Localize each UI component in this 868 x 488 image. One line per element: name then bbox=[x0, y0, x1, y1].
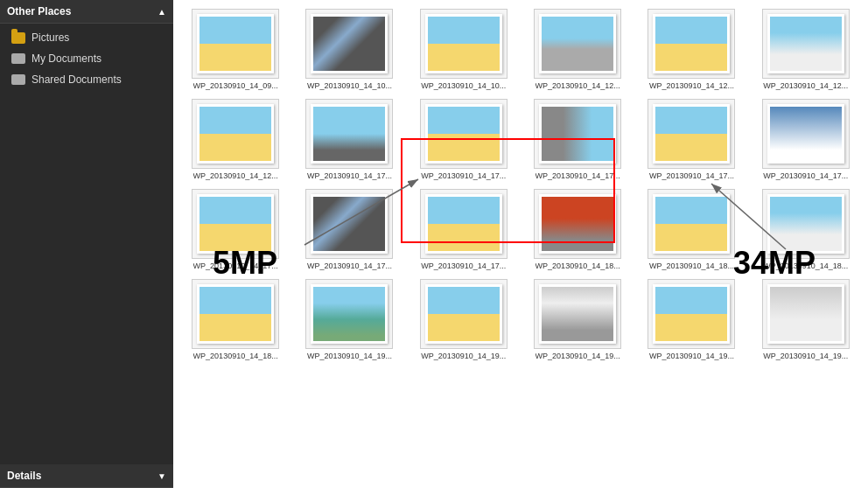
thumb-item-17[interactable]: WP_20130910_14_18... bbox=[638, 189, 745, 270]
thumb-photo-24 bbox=[767, 284, 844, 344]
other-places-arrow: ▲ bbox=[158, 7, 166, 17]
thumb-label-17: WP_20130910_14_18... bbox=[649, 261, 734, 270]
thumb-item-13[interactable]: WP_20130910_14_17... bbox=[182, 189, 289, 270]
thumb-photo-22 bbox=[539, 284, 616, 344]
thumb-label-11: WP_20130910_14_17... bbox=[649, 171, 734, 180]
main-content: WP_20130910_14_09...WP_20130910_14_10...… bbox=[173, 0, 868, 488]
details-header[interactable]: Details ▼ bbox=[0, 464, 173, 488]
thumb-item-3[interactable]: WP_20130910_14_10... bbox=[410, 9, 517, 90]
thumb-photo-14 bbox=[311, 194, 388, 254]
thumb-photo-10 bbox=[539, 104, 616, 164]
thumb-label-19: WP_20130910_14_18... bbox=[193, 352, 278, 360]
thumb-frame-23 bbox=[648, 279, 735, 349]
thumb-photo-3 bbox=[425, 14, 502, 73]
thumb-frame-9 bbox=[420, 99, 508, 169]
thumb-photo-15 bbox=[425, 194, 502, 254]
thumb-photo-19 bbox=[197, 284, 274, 344]
thumb-frame-12 bbox=[762, 99, 850, 169]
thumb-photo-6 bbox=[767, 14, 844, 73]
thumb-frame-1 bbox=[192, 9, 279, 79]
thumb-frame-19 bbox=[192, 279, 279, 349]
thumb-item-21[interactable]: WP_20130910_14_19... bbox=[410, 279, 517, 360]
thumb-label-23: WP_20130910_14_19... bbox=[649, 352, 734, 360]
thumb-frame-7 bbox=[192, 99, 279, 169]
thumb-photo-11 bbox=[653, 104, 730, 164]
sidebar-item-shared-documents[interactable]: Shared Documents bbox=[0, 69, 173, 90]
thumb-frame-14 bbox=[305, 189, 393, 259]
thumb-photo-13 bbox=[197, 194, 274, 254]
thumb-label-7: WP_20130910_14_12... bbox=[193, 171, 278, 180]
thumb-frame-21 bbox=[420, 279, 508, 349]
thumb-frame-10 bbox=[534, 99, 621, 169]
thumb-label-12: WP_20130910_14_17... bbox=[763, 171, 848, 180]
thumb-label-20: WP_20130910_14_19... bbox=[307, 352, 392, 360]
thumb-item-10[interactable]: WP_20130910_14_17... bbox=[524, 99, 631, 180]
thumb-photo-18 bbox=[767, 194, 844, 254]
thumb-label-16: WP_20130910_14_18... bbox=[536, 261, 620, 270]
thumb-frame-2 bbox=[305, 9, 393, 79]
thumb-photo-23 bbox=[653, 284, 730, 344]
thumb-label-9: WP_20130910_14_17... bbox=[421, 171, 506, 180]
thumb-frame-15 bbox=[420, 189, 508, 259]
details-label: Details bbox=[7, 470, 41, 482]
thumb-frame-17 bbox=[648, 189, 735, 259]
thumb-item-23[interactable]: WP_20130910_14_19... bbox=[638, 279, 745, 360]
thumb-photo-5 bbox=[653, 14, 730, 73]
thumb-frame-5 bbox=[648, 9, 735, 79]
thumb-item-11[interactable]: WP_20130910_14_17... bbox=[638, 99, 745, 180]
thumb-item-7[interactable]: WP_20130910_14_12... bbox=[182, 99, 289, 180]
thumb-item-19[interactable]: WP_20130910_14_18... bbox=[182, 279, 289, 360]
thumb-frame-4 bbox=[534, 9, 621, 79]
thumb-frame-22 bbox=[534, 279, 621, 349]
thumb-item-16[interactable]: WP_20130910_14_18... bbox=[524, 189, 631, 270]
thumb-label-2: WP_20130910_14_10... bbox=[307, 81, 392, 90]
sidebar-item-my-docs-label: My Documents bbox=[32, 52, 102, 65]
thumb-photo-17 bbox=[653, 194, 730, 254]
thumb-label-14: WP_20130910_14_17... bbox=[307, 261, 392, 270]
thumb-photo-21 bbox=[425, 284, 502, 344]
thumb-frame-13 bbox=[192, 189, 279, 259]
thumb-item-14[interactable]: WP_20130910_14_17... bbox=[296, 189, 402, 270]
thumb-frame-20 bbox=[305, 279, 393, 349]
thumb-photo-16 bbox=[539, 194, 616, 254]
sidebar-items-list: Pictures My Documents Shared Documents bbox=[0, 24, 173, 94]
thumb-photo-9 bbox=[425, 104, 502, 164]
thumb-item-1[interactable]: WP_20130910_14_09... bbox=[182, 9, 289, 90]
thumb-item-6[interactable]: WP_20130910_14_12... bbox=[752, 9, 859, 90]
thumb-item-12[interactable]: WP_20130910_14_17... bbox=[752, 99, 859, 180]
details-section: Details ▼ bbox=[0, 464, 173, 488]
thumb-frame-11 bbox=[648, 99, 735, 169]
thumb-item-15[interactable]: WP_20130910_14_17... bbox=[410, 189, 517, 270]
thumb-label-4: WP_20130910_14_12... bbox=[536, 81, 620, 90]
thumb-item-20[interactable]: WP_20130910_14_19... bbox=[296, 279, 402, 360]
thumb-label-10: WP_20130910_14_17... bbox=[536, 171, 620, 180]
thumb-photo-20 bbox=[311, 284, 388, 344]
thumb-frame-6 bbox=[762, 9, 850, 79]
thumb-frame-3 bbox=[420, 9, 508, 79]
details-arrow: ▼ bbox=[158, 471, 166, 481]
thumb-frame-24 bbox=[762, 279, 850, 349]
thumb-frame-8 bbox=[305, 99, 393, 169]
thumb-item-2[interactable]: WP_20130910_14_10... bbox=[296, 9, 402, 90]
thumb-label-1: WP_20130910_14_09... bbox=[193, 81, 278, 90]
drive-icon bbox=[10, 52, 26, 66]
thumb-item-22[interactable]: WP_20130910_14_19... bbox=[524, 279, 631, 360]
sidebar-item-my-documents[interactable]: My Documents bbox=[0, 48, 173, 69]
thumb-item-5[interactable]: WP_20130910_14_12... bbox=[638, 9, 745, 90]
thumb-frame-18 bbox=[762, 189, 850, 259]
thumb-frame-16 bbox=[534, 189, 621, 259]
thumb-item-24[interactable]: WP_20130910_14_19... bbox=[752, 279, 859, 360]
sidebar-item-pictures[interactable]: Pictures bbox=[0, 27, 173, 48]
thumb-item-4[interactable]: WP_20130910_14_12... bbox=[524, 9, 631, 90]
thumb-item-9[interactable]: WP_20130910_14_17... bbox=[410, 99, 517, 180]
thumb-label-18: WP_20130910_14_18... bbox=[763, 261, 848, 270]
thumb-item-8[interactable]: WP_20130910_14_17... bbox=[296, 99, 402, 180]
folder-icon bbox=[10, 31, 26, 45]
thumb-photo-8 bbox=[311, 104, 388, 164]
thumb-photo-1 bbox=[197, 14, 274, 73]
thumb-photo-12 bbox=[767, 104, 844, 164]
other-places-header[interactable]: Other Places ▲ bbox=[0, 0, 173, 24]
thumb-photo-4 bbox=[539, 14, 616, 73]
thumb-item-18[interactable]: WP_20130910_14_18... bbox=[752, 189, 859, 270]
thumb-label-21: WP_20130910_14_19... bbox=[421, 352, 506, 360]
